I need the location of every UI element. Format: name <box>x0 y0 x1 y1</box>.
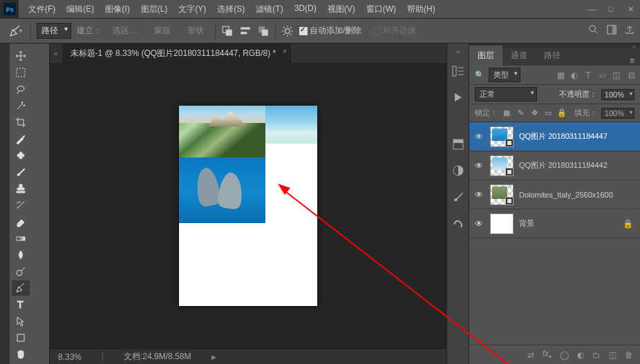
hand-tool-icon[interactable] <box>12 347 30 362</box>
svg-rect-26 <box>453 66 456 76</box>
tab-layers[interactable]: 图层 <box>469 46 502 66</box>
properties-panel-icon[interactable] <box>451 137 465 151</box>
layer-row[interactable]: 👁背景🔒 <box>469 209 640 238</box>
menu-7[interactable]: 3D(D) <box>289 0 322 19</box>
layer-mask-icon[interactable]: ◯ <box>560 350 569 360</box>
filter-adjust-icon[interactable]: ◐ <box>570 70 579 80</box>
search-icon[interactable] <box>589 25 599 37</box>
menu-0[interactable]: 文件(F) <box>23 0 61 19</box>
panel-menu-icon[interactable]: ≡ <box>624 56 640 66</box>
blend-mode-select[interactable]: 正常 <box>475 87 537 102</box>
shape-tool-icon[interactable] <box>12 330 30 345</box>
menu-9[interactable]: 窗口(W) <box>361 0 402 19</box>
tab-paths[interactable]: 路径 <box>536 46 569 66</box>
adjustments-panel-icon[interactable] <box>451 164 465 178</box>
path-op-icon[interactable] <box>221 25 234 37</box>
panel-collapse-icon[interactable]: » <box>456 48 460 55</box>
filter-pixel-icon[interactable]: ▦ <box>556 70 565 80</box>
menu-4[interactable]: 文字(Y) <box>173 0 211 19</box>
document-tab[interactable]: 未标题-1 @ 8.33% (QQ图片20180311184447, RGB/8… <box>62 44 292 64</box>
filter-shape-icon[interactable]: ▱ <box>597 70 607 80</box>
filter-toggle-icon[interactable]: ⊟ <box>625 70 634 80</box>
eyedropper-tool-icon[interactable] <box>12 131 30 146</box>
menu-5[interactable]: 选择(S) <box>211 0 250 19</box>
layer-row[interactable]: 👁QQ图片 20180311184442 <box>469 151 640 180</box>
lasso-tool-icon[interactable] <box>12 82 30 97</box>
visibility-eye-icon[interactable]: 👁 <box>473 219 484 229</box>
brush-tool-icon[interactable] <box>12 164 30 180</box>
tab-channels[interactable]: 通道 <box>502 46 536 66</box>
menu-3[interactable]: 图层(L) <box>135 0 173 19</box>
path-select-tool-icon[interactable] <box>12 314 30 329</box>
placed-image-dolphins <box>179 157 265 223</box>
eraser-tool-icon[interactable] <box>12 214 30 229</box>
visibility-eye-icon[interactable]: 👁 <box>473 161 484 171</box>
align-icon[interactable] <box>239 25 252 37</box>
gradient-tool-icon[interactable] <box>12 231 30 246</box>
history-brush-tool-icon[interactable] <box>12 198 30 213</box>
tool-indicator-pen-icon[interactable]: ▾ <box>6 23 25 39</box>
adjustment-layer-icon[interactable]: ◐ <box>577 350 584 360</box>
layer-row[interactable]: 👁Dolomites_Italy_2560x1600 <box>469 180 640 209</box>
menu-6[interactable]: 滤镜(T) <box>250 0 288 19</box>
lock-label: 锁定： <box>475 108 498 118</box>
gear-icon[interactable] <box>281 25 294 37</box>
healing-tool-icon[interactable] <box>12 148 30 163</box>
dodge-tool-icon[interactable] <box>12 264 30 279</box>
fill-input[interactable]: 100% <box>601 108 634 119</box>
brushes-panel-icon[interactable] <box>451 190 465 204</box>
visibility-eye-icon[interactable]: 👁 <box>473 190 484 200</box>
filter-type-icon[interactable]: T <box>583 70 593 80</box>
lock-transparent-icon[interactable]: ▦ <box>502 108 511 117</box>
opacity-input[interactable]: 100% <box>601 89 634 100</box>
wand-tool-icon[interactable] <box>12 98 30 113</box>
stamp-tool-icon[interactable] <box>12 181 30 196</box>
layer-row[interactable]: 👁QQ图片 20180311184447 <box>469 122 640 151</box>
window-close-icon[interactable]: ✕ <box>621 1 640 17</box>
styles-panel-icon[interactable] <box>451 216 465 230</box>
layer-thumbnail[interactable] <box>490 126 514 147</box>
visibility-eye-icon[interactable]: 👁 <box>473 132 484 142</box>
lock-all-icon[interactable]: 🔒 <box>557 108 567 117</box>
layer-thumbnail[interactable] <box>490 155 514 176</box>
svg-rect-4 <box>241 27 250 29</box>
window-maximize-icon[interactable]: □ <box>601 1 621 17</box>
lock-artboard-icon[interactable]: ▭ <box>543 108 553 117</box>
type-tool-icon[interactable]: T <box>12 297 30 312</box>
share-icon[interactable] <box>625 25 634 37</box>
lock-position-icon[interactable]: ✥ <box>529 108 539 117</box>
delete-layer-icon[interactable]: 🗑 <box>625 350 633 360</box>
marquee-tool-icon[interactable] <box>12 65 30 80</box>
menu-2[interactable]: 图像(I) <box>100 0 135 19</box>
search-small-icon[interactable]: 🔍 <box>475 70 484 79</box>
new-layer-icon[interactable]: ◫ <box>609 350 617 360</box>
menu-1[interactable]: 编辑(E) <box>61 0 100 19</box>
pen-tool-icon[interactable] <box>12 280 30 296</box>
close-tab-icon[interactable]: × <box>283 47 287 55</box>
layer-fx-icon[interactable]: fx▾ <box>543 349 552 360</box>
auto-add-delete-checkbox[interactable]: 自动添加/删除 <box>299 25 361 37</box>
layer-thumbnail[interactable] <box>490 213 514 234</box>
history-panel-icon[interactable] <box>451 64 465 78</box>
menu-8[interactable]: 视图(V) <box>322 0 361 19</box>
blur-tool-icon[interactable] <box>12 247 30 262</box>
canvas[interactable] <box>179 106 317 306</box>
zoom-level[interactable]: 8.33% <box>58 352 82 362</box>
lock-paint-icon[interactable]: ✎ <box>516 108 525 117</box>
selection-button[interactable]: 选区… <box>107 23 143 39</box>
menu-10[interactable]: 帮助(H) <box>402 0 441 19</box>
workspace-icon[interactable] <box>607 25 617 37</box>
filter-smart-icon[interactable]: ◫ <box>611 70 621 80</box>
tab-collapse-icon[interactable]: « <box>50 50 62 57</box>
filter-kind-select[interactable]: 类型 <box>489 68 520 82</box>
move-tool-icon[interactable] <box>12 48 30 64</box>
window-minimize-icon[interactable]: — <box>582 1 601 17</box>
link-layers-icon[interactable]: ⇄ <box>527 350 534 360</box>
layer-thumbnail[interactable] <box>490 184 514 205</box>
layer-group-icon[interactable]: 🗀 <box>592 350 601 360</box>
crop-tool-icon[interactable] <box>12 115 30 130</box>
arrange-icon[interactable] <box>257 25 270 37</box>
path-mode-select[interactable]: 路径 <box>37 23 71 39</box>
file-info: 文档:24.9M/8.58M <box>124 351 191 363</box>
actions-panel-icon[interactable] <box>451 90 465 104</box>
